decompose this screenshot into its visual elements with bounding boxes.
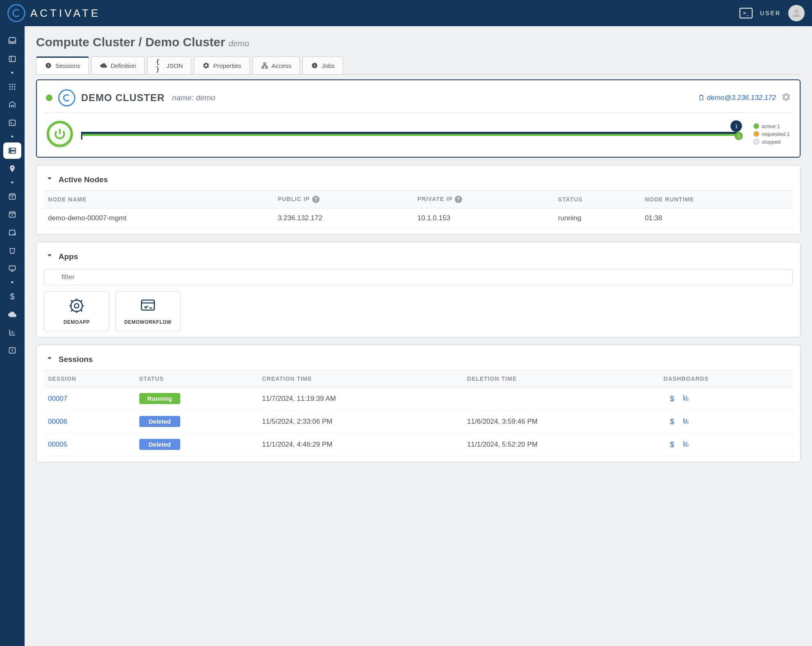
sidebar-terminal-icon[interactable] — [3, 115, 21, 131]
sidebar-archive2-icon[interactable] — [3, 206, 21, 223]
filter-input[interactable] — [44, 269, 793, 285]
user-label[interactable]: USER — [760, 10, 781, 16]
svg-text:i: i — [314, 63, 315, 68]
svg-rect-32 — [141, 300, 154, 310]
app-card[interactable]: DEMOAPP — [44, 291, 109, 331]
sidebar-divider: • — [11, 181, 14, 184]
tab-properties[interactable]: Properties — [194, 56, 249, 74]
logo-icon — [7, 4, 25, 22]
svg-point-10 — [11, 88, 13, 90]
breadcrumb-sub: demo — [229, 39, 249, 48]
tab-definition[interactable]: Definition — [91, 56, 145, 74]
tab-access[interactable]: Access — [252, 56, 300, 74]
legend-dot-icon — [753, 123, 759, 129]
chevron-down-icon[interactable] — [45, 354, 54, 364]
avatar[interactable] — [788, 5, 805, 21]
svg-point-19 — [14, 234, 14, 235]
content: Compute Cluster / Demo Cluster demo iSes… — [25, 26, 812, 646]
active-nodes-panel: Active Nodes NODE NAME PUBLIC IP? PRIVAT… — [36, 165, 801, 235]
session-id-link[interactable]: 00005 — [48, 440, 67, 448]
settings-gear-icon[interactable] — [782, 93, 791, 103]
app-icon — [68, 297, 85, 316]
table-row: demo-demo-00007-mgmt 3.236.132.172 10.1.… — [44, 208, 793, 228]
status-badge: Running — [139, 393, 180, 404]
nodes-table: NODE NAME PUBLIC IP? PRIVATE IP? STATUS … — [44, 190, 793, 228]
node-slider[interactable]: 1 1 — [81, 126, 739, 142]
svg-point-16 — [10, 152, 11, 153]
node-status: running — [554, 208, 641, 228]
info-icon: i — [311, 62, 318, 69]
tabs: iSessions Definition { }JSON Properties … — [36, 56, 801, 75]
sidebar-archive-icon[interactable] — [3, 188, 21, 205]
session-id-link[interactable]: 00007 — [48, 395, 67, 402]
svg-point-5 — [14, 84, 15, 85]
sidebar-location-icon[interactable] — [3, 160, 21, 177]
table-row: 00007 Running 11/7/2024, 11:19:39 AM $ — [44, 387, 793, 410]
sidebar-divider: • — [11, 135, 14, 138]
col-deletion: DELETION TIME — [463, 370, 659, 387]
creation-time: 11/5/2024, 2:33:06 PM — [258, 410, 463, 433]
help-icon[interactable]: ? — [312, 196, 320, 203]
col-creation: CREATION TIME — [258, 370, 463, 387]
sidebar-dollar-icon[interactable]: $ — [3, 288, 21, 305]
sidebar-chart-icon[interactable] — [3, 324, 21, 341]
help-icon[interactable]: ? — [455, 196, 462, 203]
svg-point-7 — [11, 86, 13, 87]
deletion-time: 11/1/2024, 5:52:20 PM — [463, 433, 659, 456]
slider-marker-requested: 1 — [735, 132, 743, 140]
sidebar-collapse-icon[interactable] — [3, 342, 21, 359]
dollar-icon[interactable]: $ — [670, 395, 674, 403]
chart-icon[interactable] — [683, 418, 690, 426]
svg-point-9 — [9, 88, 11, 90]
sidebar-monitor-icon[interactable] — [3, 260, 21, 277]
legend-dot-icon — [753, 131, 759, 137]
app-label: DEMOAPP — [64, 319, 90, 325]
topbar: ACTIVATE >_ USER — [0, 0, 812, 26]
sidebar-building-icon[interactable] — [3, 97, 21, 113]
chevron-down-icon[interactable] — [45, 251, 54, 262]
svg-rect-29 — [700, 96, 703, 100]
chart-icon[interactable] — [683, 395, 690, 403]
sidebar-cloud-icon[interactable] — [3, 306, 21, 323]
status-badge: Deleted — [139, 416, 180, 427]
legend-dot-icon — [753, 139, 759, 145]
dollar-icon[interactable]: $ — [670, 440, 674, 449]
terminal-icon[interactable]: >_ — [739, 8, 753, 18]
app-label: DEMOWORKFLOW — [124, 319, 171, 325]
power-icon — [53, 127, 66, 140]
sidebar-server-icon[interactable] — [3, 142, 21, 159]
legend: active:1 requested:1 stopped — [753, 123, 790, 145]
ssh-link[interactable]: demo@3.236.132.172 — [698, 94, 776, 102]
table-row: 00006 Deleted 11/5/2024, 2:33:06 PM 11/6… — [44, 410, 793, 433]
svg-point-30 — [75, 304, 79, 308]
svg-point-6 — [9, 86, 11, 87]
dollar-icon[interactable]: $ — [670, 418, 674, 426]
brand-text: ACTIVATE — [30, 7, 100, 20]
app-icon — [139, 297, 157, 316]
session-id-link[interactable]: 00006 — [48, 418, 67, 425]
tab-json[interactable]: { }JSON — [147, 56, 191, 74]
table-row: 00005 Deleted 11/1/2024, 4:46:29 PM 11/1… — [44, 433, 793, 456]
sidebar: • • • • $ — [0, 26, 25, 646]
sidebar-disk-icon[interactable] — [3, 224, 21, 241]
brand-logo: ACTIVATE — [7, 4, 100, 22]
power-button[interactable] — [47, 121, 73, 147]
creation-time: 11/1/2024, 4:46:29 PM — [258, 433, 463, 456]
sidebar-panel-icon[interactable] — [3, 51, 21, 67]
sidebar-grid-icon[interactable] — [3, 79, 21, 95]
chevron-down-icon[interactable] — [45, 174, 54, 185]
deletion-time — [463, 387, 659, 410]
private-ip: 10.1.0.153 — [413, 208, 554, 228]
svg-point-3 — [9, 84, 11, 85]
chart-icon[interactable] — [683, 440, 690, 449]
tab-sessions[interactable]: iSessions — [36, 56, 89, 74]
cloud-icon — [100, 62, 107, 69]
apps-panel: Apps DEMOAPP DEMOWORKFLOW — [36, 242, 801, 337]
slider-marker-active: 1 — [730, 120, 742, 132]
sidebar-inbox-icon[interactable] — [3, 33, 21, 49]
deletion-time: 11/6/2024, 3:59:46 PM — [463, 410, 659, 433]
cluster-title: DEMO CLUSTER — [81, 92, 165, 104]
tab-jobs[interactable]: iJobs — [302, 56, 343, 74]
sidebar-bucket-icon[interactable] — [3, 242, 21, 259]
app-card[interactable]: DEMOWORKFLOW — [115, 291, 181, 331]
